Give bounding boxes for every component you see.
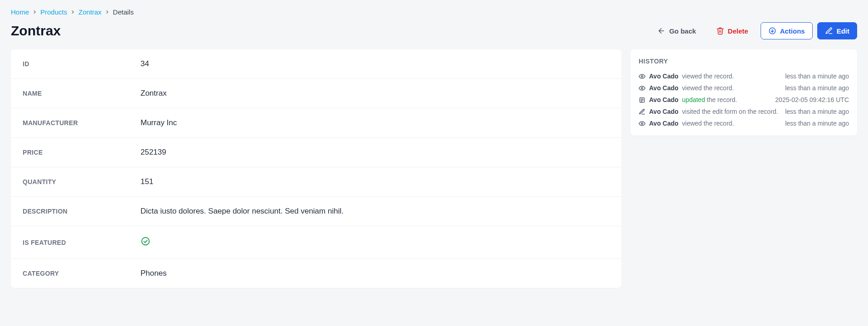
edit-button[interactable]: Edit [817,22,857,39]
history-title: HISTORY [639,58,849,65]
detail-row-is-featured: IS FEATURED [11,226,621,259]
detail-row-name: NAME Zontrax [11,79,621,108]
detail-value: Dicta iusto dolores. Saepe dolor nesciun… [141,207,344,216]
breadcrumb-current: Details [113,8,134,16]
detail-label: QUANTITY [23,178,141,185]
history-text: visited the edit form on the record. [682,108,778,115]
detail-label: PRICE [23,149,141,156]
delete-button[interactable]: Delete [708,22,756,39]
page-title: Zontrax [11,23,61,39]
chevron-right-icon [70,9,76,15]
svg-point-5 [641,87,643,89]
chevron-right-icon [104,9,110,15]
eye-icon [639,73,645,80]
eye-icon [639,85,645,92]
history-verb-updated: updated [682,96,705,103]
svg-point-3 [142,238,150,245]
detail-value: 34 [141,59,149,68]
edit-form-icon [639,108,645,115]
eye-icon [639,120,645,127]
chevron-right-icon [32,9,38,15]
check-circle-icon [141,236,150,246]
history-time: less than a minute ago [785,73,849,80]
history-card: HISTORY Avo Cado viewed the record. less… [630,49,857,136]
detail-label: DESCRIPTION [23,208,141,215]
breadcrumb-home[interactable]: Home [11,8,29,16]
history-item: Avo Cado viewed the record. less than a … [639,82,849,94]
history-text: viewed the record. [682,120,734,127]
detail-value: Phones [141,269,167,278]
header-actions: Go back Delete Actions Edit [650,22,857,39]
detail-row-price: PRICE 252139 [11,138,621,167]
detail-label: MANUFACTURER [23,119,141,127]
svg-point-4 [641,75,643,77]
actions-label: Actions [780,27,805,35]
breadcrumb-product[interactable]: Zontrax [78,8,102,16]
detail-row-manufacturer: MANUFACTURER Murray Inc [11,108,621,138]
detail-label: NAME [23,90,141,97]
history-item: Avo Cado visited the edit form on the re… [639,106,849,117]
arrow-left-icon [657,27,665,35]
detail-value: 252139 [141,148,166,157]
detail-value: Murray Inc [141,118,177,127]
detail-row-description: DESCRIPTION Dicta iusto dolores. Saepe d… [11,197,621,226]
arrow-down-circle-icon [768,27,776,35]
history-item: Avo Cado viewed the record. less than a … [639,70,849,82]
history-time: 2025-02-05 09:42:16 UTC [775,96,849,103]
detail-label: CATEGORY [23,270,141,277]
detail-value: Zontrax [141,89,167,98]
breadcrumb: Home Products Zontrax Details [11,8,857,16]
history-text: viewed the record. [682,73,734,80]
history-user: Avo Cado [649,96,679,103]
history-time: less than a minute ago [785,120,849,127]
detail-row-id: ID 34 [11,49,621,79]
details-card: ID 34 NAME Zontrax MANUFACTURER Murray I… [11,49,621,288]
svg-point-10 [641,122,643,124]
detail-label: IS FEATURED [23,239,141,246]
history-time: less than a minute ago [785,108,849,115]
breadcrumb-products[interactable]: Products [40,8,67,16]
pencil-icon [825,27,833,35]
detail-row-quantity: QUANTITY 151 [11,167,621,197]
detail-label: ID [23,60,141,68]
history-item: Avo Cado updated the record. 2025-02-05 … [639,94,849,106]
edit-label: Edit [837,27,849,35]
history-text: the record. [705,96,737,103]
history-user: Avo Cado [649,73,679,80]
history-user: Avo Cado [649,108,679,115]
actions-button[interactable]: Actions [761,22,813,39]
detail-row-category: CATEGORY Phones [11,259,621,288]
history-user: Avo Cado [649,120,679,127]
history-time: less than a minute ago [785,84,849,92]
detail-value-check [141,236,150,248]
go-back-label: Go back [669,27,696,35]
history-text: viewed the record. [682,84,734,92]
history-item: Avo Cado viewed the record. less than a … [639,117,849,129]
history-user: Avo Cado [649,84,679,92]
update-icon [639,97,645,103]
detail-value: 151 [141,177,153,186]
delete-label: Delete [728,27,748,35]
trash-icon [716,27,724,35]
go-back-button[interactable]: Go back [650,22,703,39]
